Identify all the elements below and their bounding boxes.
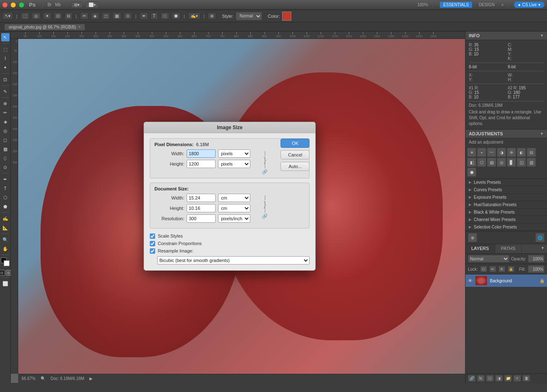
adj-levels[interactable]: ▪ bbox=[477, 148, 486, 157]
tool-crop[interactable]: ⊡ bbox=[54, 12, 62, 19]
tool-notes[interactable]: ✍▾ bbox=[188, 12, 200, 19]
workspace-essentials[interactable]: ESSENTIALS bbox=[440, 2, 472, 8]
layers-panel-menu[interactable]: ▼ bbox=[538, 244, 547, 253]
adj-vibrance[interactable]: ❈ bbox=[507, 148, 516, 157]
tab-close-button[interactable]: × bbox=[78, 25, 80, 29]
background-color[interactable] bbox=[4, 260, 10, 266]
tool-type[interactable]: T bbox=[151, 12, 158, 19]
tool-lasso[interactable]: ◎ bbox=[32, 12, 41, 19]
toolbar-blur[interactable]: ⬯ bbox=[1, 154, 10, 162]
adj-invert[interactable]: ◎ bbox=[497, 158, 506, 167]
toolbar-crop[interactable]: ⊡ bbox=[1, 75, 10, 84]
tool-zoom[interactable]: ⊕ bbox=[208, 12, 216, 19]
preset-selective-color[interactable]: ▶ Selective Color Presets bbox=[465, 224, 547, 231]
preset-bw[interactable]: ▶ Black & White Presets bbox=[465, 209, 547, 216]
pixel-width-unit[interactable]: pixels bbox=[218, 149, 250, 158]
toolbar-brush[interactable]: ✏ bbox=[1, 108, 10, 117]
layer-new-btn[interactable]: + bbox=[513, 375, 521, 382]
preset-exposure[interactable]: ▶ Exposure Presets bbox=[465, 194, 547, 201]
adjustments-collapse[interactable]: ▼ bbox=[540, 132, 544, 136]
info-collapse[interactable]: ▼ bbox=[540, 34, 544, 38]
tool-stamp[interactable]: ◈ bbox=[91, 12, 99, 19]
toolbar-notes[interactable]: ✍ bbox=[1, 214, 10, 223]
toolbar-gradient[interactable]: ▦ bbox=[1, 145, 10, 153]
toolbar-heal[interactable]: ⊕ bbox=[1, 99, 10, 108]
companion-br[interactable]: Br bbox=[48, 2, 52, 7]
preset-curves[interactable]: ▶ Curves Presets bbox=[465, 186, 547, 194]
layer-background[interactable]: 👁 Background 🔒 bbox=[465, 274, 547, 287]
toolbar-measure[interactable]: 📐 bbox=[1, 224, 10, 232]
fill-input[interactable] bbox=[528, 265, 545, 273]
document-tab[interactable]: original_photo.jpg @ 66.7% (RGB/8) × bbox=[4, 24, 85, 30]
resample-checkbox[interactable] bbox=[150, 248, 155, 254]
preset-channel-mixer[interactable]: ▶ Channel Mixer Presets bbox=[465, 216, 547, 224]
toolbar-zoom[interactable]: 🔍 bbox=[1, 236, 10, 244]
toolbar-shape[interactable]: ⬟ bbox=[1, 202, 10, 211]
tool-gradient[interactable]: ▦ bbox=[113, 12, 121, 19]
companion-mb[interactable]: Mb bbox=[55, 2, 61, 7]
traffic-light-green[interactable] bbox=[19, 2, 24, 7]
layer-visibility-icon[interactable]: 👁 bbox=[468, 278, 473, 283]
adj-hsl[interactable]: ◐ bbox=[517, 148, 526, 157]
layer-group-btn[interactable]: 📁 bbox=[504, 375, 512, 382]
view-toggle[interactable]: ⊞▾ bbox=[71, 2, 82, 8]
toolbar-hand[interactable]: ✋ bbox=[1, 245, 10, 253]
tool-eraser[interactable]: ◻ bbox=[102, 12, 110, 19]
layer-delete-btn[interactable]: 🗑 bbox=[523, 375, 530, 382]
tool-dodge[interactable]: ⊙ bbox=[124, 12, 132, 19]
layer-link-btn[interactable]: 🔗 bbox=[468, 375, 475, 382]
tool-arrow-dropdown[interactable]: ↖▾ bbox=[2, 12, 13, 19]
screen-mode-btn[interactable]: ⬜ bbox=[1, 279, 10, 288]
lock-all[interactable]: 🔒 bbox=[508, 266, 514, 272]
toolbar-eyedropper[interactable]: ✎ bbox=[1, 87, 10, 96]
toolbar-pen[interactable]: ✒ bbox=[1, 175, 10, 183]
adj-threshold[interactable]: ◫ bbox=[517, 158, 526, 167]
toolbar-clone[interactable]: ◈ bbox=[1, 118, 10, 126]
scale-styles-checkbox[interactable] bbox=[150, 233, 155, 239]
traffic-light-red[interactable] bbox=[2, 2, 7, 7]
toolbar-move[interactable]: ↖ bbox=[1, 33, 10, 41]
adj-gradient-map[interactable]: ▥ bbox=[527, 158, 536, 167]
tool-pen[interactable]: ✒ bbox=[140, 12, 148, 19]
adj-color-balance[interactable]: ⊟ bbox=[527, 148, 536, 157]
adj-brightness[interactable]: ☀ bbox=[467, 148, 476, 157]
adj-bottom-icon2[interactable]: 🌐 bbox=[535, 233, 545, 242]
style-select[interactable]: Normal bbox=[236, 12, 262, 20]
tool-marquee[interactable]: ⬚ bbox=[21, 12, 29, 19]
resample-select[interactable]: Bicubic (best for smooth gradients) bbox=[157, 256, 309, 265]
lock-image[interactable]: ✏ bbox=[489, 266, 496, 272]
pixel-width-input[interactable] bbox=[187, 149, 216, 158]
toolbar-history[interactable]: ◎ bbox=[1, 127, 10, 135]
toolbar-type[interactable]: T bbox=[1, 184, 10, 192]
toolbar-dodge[interactable]: ⊙ bbox=[1, 163, 10, 171]
cs-live-button[interactable]: ● CS Live ▾ bbox=[514, 2, 545, 8]
blend-mode-select[interactable]: Normal bbox=[468, 255, 509, 262]
scroll-arrow[interactable]: ▶ bbox=[89, 376, 93, 381]
auto-button[interactable]: Auto... bbox=[281, 162, 309, 171]
tool-brush[interactable]: ✏ bbox=[80, 12, 89, 19]
preset-levels[interactable]: ▶ Levels Presets bbox=[465, 179, 547, 186]
tool-slice[interactable]: ⧉ bbox=[65, 12, 72, 20]
layer-fx-btn[interactable]: fx bbox=[477, 375, 485, 382]
opacity-input[interactable] bbox=[528, 255, 545, 262]
adj-channel-mixer[interactable]: ▤ bbox=[487, 158, 496, 167]
pixel-height-input[interactable] bbox=[187, 160, 216, 168]
doc-width-input[interactable] bbox=[187, 194, 216, 202]
toolbar-eraser[interactable]: ◻ bbox=[1, 136, 10, 144]
adj-bw[interactable]: ◧ bbox=[467, 158, 476, 167]
doc-height-unit[interactable]: cm bbox=[218, 204, 250, 212]
toolbar-magic-wand[interactable]: ✦ bbox=[1, 63, 10, 72]
color-swatch[interactable] bbox=[282, 12, 291, 21]
doc-width-unit[interactable]: cm bbox=[218, 194, 250, 202]
adj-curves[interactable]: 〰 bbox=[487, 148, 496, 157]
toolbar-marquee[interactable]: ⬚ bbox=[1, 45, 10, 53]
preset-hsl[interactable]: ▶ Hue/Saturation Presets bbox=[465, 201, 547, 209]
adj-photo-filter[interactable]: ⬡ bbox=[477, 158, 486, 167]
tool-magic-wand[interactable]: ✦ bbox=[43, 12, 51, 19]
resolution-unit[interactable]: pixels/inch bbox=[218, 214, 250, 223]
workspace-design[interactable]: DESIGN bbox=[475, 2, 498, 8]
screen-mode[interactable]: ⬜▾ bbox=[86, 2, 98, 8]
tool-shape[interactable]: ⬟ bbox=[172, 12, 180, 19]
lock-transparent[interactable]: ⬡ bbox=[480, 266, 487, 272]
constrain-checkbox[interactable] bbox=[150, 241, 155, 246]
